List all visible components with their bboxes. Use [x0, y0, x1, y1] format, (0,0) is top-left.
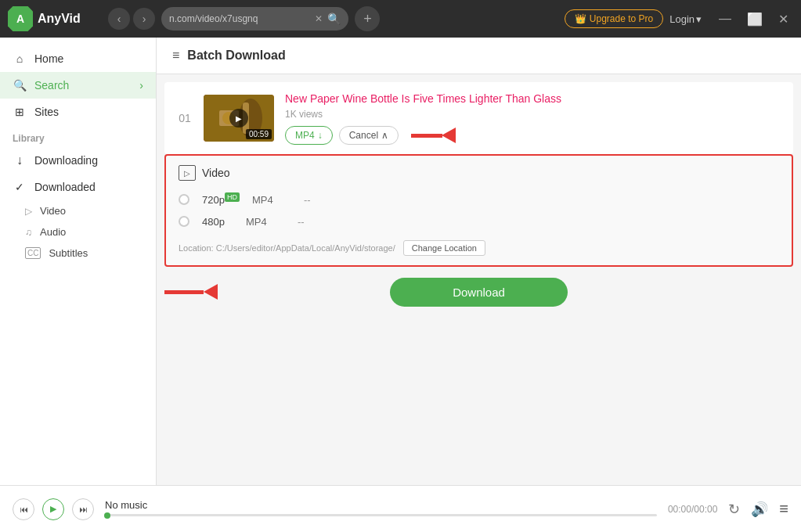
download-icon: ↓: [318, 130, 323, 141]
sidebar-downloaded-label: Downloaded: [34, 181, 96, 193]
video-views: 1K views: [285, 109, 781, 120]
arrow-annotation-1: [411, 128, 456, 143]
sidebar-sub-video[interactable]: ▷ Video: [0, 200, 156, 221]
library-section-label: Library: [0, 125, 156, 147]
app-name: AnyVid: [38, 12, 81, 26]
login-button[interactable]: Login ▾: [669, 13, 702, 25]
video-info: New Paper Wine Bottle Is Five Times Ligh…: [285, 92, 781, 145]
cancel-chevron-icon: ∧: [381, 130, 388, 141]
skip-back-button[interactable]: ⏮: [13, 498, 34, 520]
mp4-label: MP4: [295, 130, 315, 141]
audio-sub-icon: ♫: [25, 227, 32, 238]
sidebar-item-home[interactable]: ⌂ Home: [0, 45, 156, 72]
progress-dot: [104, 512, 110, 519]
video-actions: MP4 ↓ Cancel ∧: [285, 126, 781, 145]
video-thumbnail[interactable]: ▶ 00:59: [204, 95, 274, 142]
app-logo-icon: A: [8, 6, 33, 31]
video-type-icon: ▷: [179, 165, 196, 181]
download-button[interactable]: Download: [390, 278, 568, 307]
sidebar-sub-audio[interactable]: ♫ Audio: [0, 221, 156, 243]
arrow-shaft-2: [164, 290, 204, 294]
volume-icon[interactable]: 🔊: [751, 501, 768, 518]
format-label-720p: MP4: [252, 194, 291, 206]
quality-dropdown-header: ▷ Video: [179, 165, 779, 181]
address-text: n.com/video/x7usgnq: [169, 13, 310, 24]
video-duration: 00:59: [246, 129, 272, 139]
address-search-icon[interactable]: 🔍: [327, 13, 341, 25]
login-chevron-icon: ▾: [696, 13, 702, 25]
logo-area: A AnyVid: [8, 6, 102, 31]
back-button[interactable]: ‹: [108, 8, 130, 30]
player-controls: ⏮ ▶ ⏭: [13, 498, 94, 520]
upgrade-button[interactable]: 👑 Upgrade to Pro: [565, 9, 663, 28]
titlebar: A AnyVid ‹ › n.com/video/x7usgnq ✕ 🔍 + 👑…: [0, 0, 801, 38]
content-scroll[interactable]: 01 ▶ 00:5: [157, 74, 801, 485]
track-info: No music: [105, 499, 657, 519]
quality-row-720p[interactable]: 720pHD MP4 --: [179, 189, 779, 210]
subtitles-sub-icon: CC: [25, 247, 41, 259]
window-controls: — ⬜ ✕: [714, 10, 793, 28]
skip-forward-button[interactable]: ⏭: [72, 498, 94, 520]
close-tab-icon[interactable]: ✕: [315, 13, 323, 24]
minimize-button[interactable]: —: [714, 10, 736, 28]
search-chevron-icon: ›: [139, 79, 143, 92]
video-sub-icon: ▷: [25, 206, 32, 217]
arrow-shaft: [411, 134, 442, 138]
radio-480p[interactable]: [179, 216, 189, 227]
sidebar-downloading-label: Downloading: [34, 154, 98, 167]
video-section-label: Video: [202, 167, 230, 179]
sidebar-sub-audio-label: Audio: [40, 226, 66, 238]
sidebar: ⌂ Home 🔍 Search › ⊞ Sites Library ↓ Down…: [0, 38, 157, 485]
sidebar-item-search[interactable]: 🔍 Search ›: [0, 72, 156, 99]
location-label: Location: C:/Users/editor/AppData/Local/…: [179, 243, 395, 253]
size-label-480p: --: [298, 216, 305, 228]
track-name: No music: [105, 499, 657, 511]
sidebar-item-sites[interactable]: ⊞ Sites: [0, 99, 156, 125]
quality-label-480p: 480p: [202, 216, 233, 228]
forward-button[interactable]: ›: [133, 8, 155, 30]
cancel-button[interactable]: Cancel ∧: [339, 126, 399, 145]
arrow-head-2: [204, 284, 218, 300]
upgrade-label: Upgrade to Pro: [590, 13, 653, 24]
quality-row-480p[interactable]: 480p MP4 --: [179, 211, 779, 232]
sidebar-sub-video-label: Video: [40, 205, 66, 217]
sidebar-item-downloading[interactable]: ↓ Downloading: [0, 147, 156, 174]
time-display: 00:00/00:00: [668, 504, 717, 515]
new-tab-button[interactable]: +: [355, 6, 380, 31]
mp4-format-button[interactable]: MP4 ↓: [285, 126, 333, 145]
close-button[interactable]: ✕: [774, 10, 793, 28]
playlist-icon[interactable]: ≡: [779, 500, 788, 518]
page-title: Batch Download: [187, 49, 285, 63]
progress-container[interactable]: [105, 514, 657, 519]
format-label-480p: MP4: [246, 216, 285, 228]
login-label: Login: [669, 13, 695, 25]
maximize-button[interactable]: ⬜: [742, 10, 767, 28]
sidebar-sub-subtitles-label: Subtitles: [49, 247, 88, 259]
player-bar: ⏮ ▶ ⏭ No music 00:00/00:00 ↻ 🔊 ≡: [0, 485, 801, 532]
video-title: New Paper Wine Bottle Is Five Times Ligh…: [285, 92, 781, 106]
batch-download-icon: ≡: [172, 49, 179, 63]
play-overlay-icon[interactable]: ▶: [229, 109, 248, 128]
location-row: Location: C:/Users/editor/AppData/Local/…: [179, 240, 779, 256]
check-icon: ✓: [13, 180, 27, 194]
sidebar-item-sites-label: Sites: [34, 106, 59, 118]
video-card: 01 ▶ 00:5: [164, 82, 793, 154]
sidebar-sub-subtitles[interactable]: CC Subtitles: [0, 243, 156, 264]
download-section: Download: [157, 278, 801, 307]
sidebar-item-search-label: Search: [34, 79, 69, 92]
home-icon: ⌂: [13, 52, 27, 66]
progress-bar[interactable]: [105, 514, 657, 516]
download-arrow-icon: ↓: [13, 153, 27, 167]
change-location-button[interactable]: Change Location: [403, 240, 485, 256]
address-bar[interactable]: n.com/video/x7usgnq ✕ 🔍: [161, 7, 348, 31]
play-button[interactable]: ▶: [42, 498, 64, 520]
repeat-icon[interactable]: ↻: [728, 501, 740, 518]
arrow-head-left: [442, 128, 456, 143]
crown-icon: 👑: [575, 13, 586, 24]
cancel-label: Cancel: [349, 130, 378, 141]
video-item-row: 01 ▶ 00:5: [164, 82, 793, 154]
radio-720p[interactable]: [179, 194, 189, 205]
sidebar-item-downloaded[interactable]: ✓ Downloaded: [0, 174, 156, 200]
quality-dropdown: ▷ Video 720pHD MP4 -- 480p MP4 --: [164, 154, 793, 266]
logo-letter: A: [16, 13, 24, 25]
